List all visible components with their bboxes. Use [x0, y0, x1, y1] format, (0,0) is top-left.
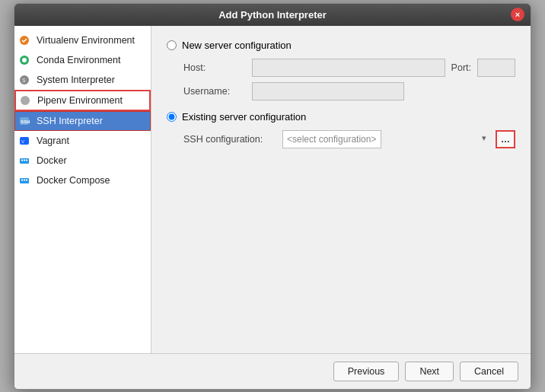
- sidebar-item-system[interactable]: S System Interpreter: [14, 70, 151, 90]
- dialog-footer: Previous Next Cancel: [14, 353, 531, 389]
- sidebar-item-label: Pipenv Environment: [37, 95, 123, 106]
- ssh-config-row: SSH configuration: <select configuration…: [183, 130, 515, 148]
- svg-point-5: [21, 96, 30, 105]
- content-area: New server configuration Host: Port: 22 …: [151, 26, 531, 353]
- system-icon: S: [21, 75, 32, 85]
- sidebar-item-label: Conda Environment: [37, 55, 120, 65]
- sidebar-item-pipenv[interactable]: Pipenv Environment: [14, 90, 151, 111]
- existing-server-radio[interactable]: [167, 112, 177, 122]
- ssh-icon: SSH: [21, 116, 32, 126]
- sidebar-item-label: Virtualenv Environment: [37, 35, 135, 46]
- sidebar-item-virtualenv[interactable]: Virtualenv Environment: [14, 30, 151, 50]
- existing-server-label: Existing server configuration: [182, 111, 306, 123]
- vagrant-icon: V: [21, 135, 32, 146]
- port-label: Port:: [451, 62, 471, 73]
- port-input[interactable]: 22: [477, 59, 515, 77]
- host-label: Host:: [183, 62, 252, 73]
- svg-text:SSH: SSH: [21, 120, 30, 124]
- username-label: Username:: [183, 86, 252, 97]
- new-server-row: New server configuration: [167, 40, 515, 51]
- sidebar-item-vagrant[interactable]: V Vagrant: [14, 131, 151, 151]
- username-input[interactable]: [252, 82, 404, 100]
- username-row: Username:: [183, 82, 515, 100]
- svg-text:S: S: [22, 78, 26, 83]
- browse-button[interactable]: …: [496, 130, 515, 148]
- sidebar-item-label: Vagrant: [37, 135, 69, 146]
- docker-compose-icon: [21, 175, 32, 186]
- ssh-select-wrapper: <select configuration>: [282, 130, 491, 148]
- sidebar-item-ssh[interactable]: SSH SSH Interpreter: [14, 111, 151, 131]
- ssh-config-select[interactable]: <select configuration>: [282, 130, 381, 148]
- sidebar-item-docker[interactable]: Docker: [14, 151, 151, 171]
- svg-rect-11: [21, 159, 23, 161]
- sidebar-item-label: SSH Interpreter: [37, 116, 103, 126]
- close-button[interactable]: ×: [511, 8, 524, 21]
- new-server-label: New server configuration: [182, 40, 292, 51]
- conda-icon: [21, 55, 32, 65]
- svg-rect-12: [24, 159, 25, 161]
- next-button[interactable]: Next: [405, 362, 454, 381]
- cancel-button[interactable]: Cancel: [460, 362, 518, 381]
- host-row: Host: Port: 22: [183, 59, 515, 77]
- sidebar-item-docker-compose[interactable]: Docker Compose: [14, 171, 151, 190]
- sidebar-item-conda[interactable]: Conda Environment: [14, 50, 151, 70]
- svg-rect-15: [21, 179, 23, 180]
- host-input[interactable]: [252, 59, 445, 77]
- add-python-interpreter-dialog: Add Python Interpreter × Virtualenv Envi…: [14, 3, 531, 390]
- dialog-body: Virtualenv Environment Conda Environment…: [14, 26, 531, 353]
- sidebar-item-label: Docker: [37, 155, 67, 166]
- docker-icon: [21, 155, 32, 166]
- svg-rect-13: [26, 159, 27, 161]
- virtualenv-icon: [21, 35, 32, 46]
- svg-rect-17: [26, 179, 27, 180]
- sidebar-item-label: Docker Compose: [37, 175, 110, 186]
- title-bar: Add Python Interpreter ×: [14, 4, 531, 26]
- sidebar: Virtualenv Environment Conda Environment…: [14, 26, 151, 353]
- dialog-title: Add Python Interpreter: [218, 9, 327, 21]
- new-server-radio[interactable]: [167, 40, 177, 50]
- svg-text:V: V: [21, 139, 24, 144]
- previous-button[interactable]: Previous: [333, 362, 400, 381]
- ssh-config-label: SSH configuration:: [183, 134, 282, 145]
- sidebar-item-label: System Interpreter: [37, 75, 115, 85]
- svg-rect-16: [24, 179, 25, 180]
- pipenv-icon: [22, 95, 33, 106]
- existing-server-section-header: Existing server configuration: [167, 111, 515, 123]
- host-port-section: Host: Port: 22 Username:: [183, 59, 515, 100]
- svg-point-2: [22, 58, 27, 62]
